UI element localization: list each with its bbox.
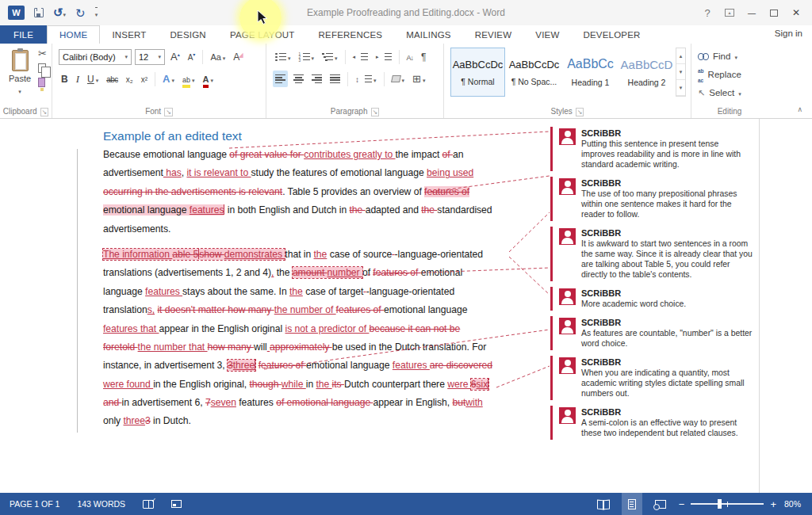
copy-icon[interactable] [38, 63, 46, 73]
dialog-launcher-icon[interactable] [40, 106, 49, 116]
doc-line[interactable]: language features stays about the same. … [103, 283, 492, 301]
comment-1[interactable]: SCRiBBRPutting this sentence in present … [550, 127, 755, 171]
page-indicator[interactable]: PAGE 1 OF 1 [10, 499, 59, 509]
tab-insert[interactable]: INSERT [100, 25, 158, 44]
clear-formatting-button[interactable] [231, 48, 245, 65]
sort-button[interactable] [404, 48, 416, 65]
doc-line[interactable]: Because emotional language of great valu… [103, 146, 492, 164]
increase-indent-button[interactable]: ▸ [373, 48, 394, 65]
zoom-percentage[interactable]: 80% [784, 499, 801, 509]
macro-recording-icon[interactable] [171, 500, 182, 508]
align-left-button[interactable] [273, 71, 288, 87]
tab-home[interactable]: HOME [47, 25, 100, 44]
line-spacing-button[interactable] [353, 71, 379, 87]
doc-line[interactable]: The information able 5show demonstrates … [103, 246, 492, 264]
doc-line[interactable]: occurring in the advertisements is relev… [103, 183, 492, 201]
doc-line[interactable]: features that appear in the English orig… [103, 320, 492, 338]
dialog-launcher-icon[interactable] [164, 106, 173, 116]
doc-line[interactable]: were found in the English original, thou… [103, 376, 492, 394]
scroll-up-icon[interactable]: ▲ [676, 48, 685, 64]
ribbon-display-options-button[interactable] [718, 3, 741, 22]
sign-in-link[interactable]: Sign in [775, 29, 802, 38]
scroll-down-icon[interactable]: ▼ [676, 64, 685, 80]
cut-icon[interactable] [38, 48, 47, 59]
show-formatting-button[interactable] [419, 48, 428, 65]
style--no-spac-[interactable]: AaBbCcDc¶ No Spac... [507, 48, 561, 97]
comment-author: SCRiBBR [581, 357, 755, 368]
replace-button[interactable]: Replace [698, 66, 741, 82]
select-button[interactable]: Select [698, 84, 741, 101]
comment-2[interactable]: SCRiBBRThe use of too many prepositional… [550, 177, 755, 221]
maximize-button[interactable] [763, 3, 785, 22]
bold-button[interactable] [59, 71, 71, 87]
shading-button[interactable] [389, 71, 408, 87]
underline-button[interactable] [85, 71, 101, 87]
help-button[interactable] [696, 3, 718, 22]
numbering-button[interactable] [297, 48, 317, 65]
doc-line[interactable]: advertisement has, it is relevant to stu… [103, 164, 492, 182]
collapse-ribbon-icon[interactable] [797, 105, 802, 113]
comment-4[interactable]: SCRiBBRMore academic word choice. [550, 287, 755, 311]
zoom-slider-handle[interactable] [718, 499, 722, 509]
doc-line[interactable]: translations (advertisements 1, 2 and 4)… [103, 264, 492, 282]
doc-line[interactable]: foretold the number that how many will a… [103, 338, 492, 357]
styles-gallery-scroll[interactable]: ▲ ▼ ▼ [676, 48, 686, 97]
tab-developer[interactable]: DEVELOPER [571, 25, 652, 44]
doc-line[interactable]: and in advertisement 6, 7seven features … [103, 394, 492, 412]
style-heading-2[interactable]: AaBbCcDHeading 2 [619, 48, 674, 97]
format-painter-icon[interactable] [38, 78, 45, 87]
font-size-combo[interactable]: 12 [135, 49, 165, 65]
style-heading-1[interactable]: AaBbCcHeading 1 [563, 48, 618, 97]
paste-button[interactable]: Paste [5, 48, 35, 108]
document-canvas[interactable]: Example of an edited text Because emotio… [0, 119, 812, 493]
justify-button[interactable] [327, 71, 343, 87]
gallery-more-icon[interactable]: ▼ [676, 80, 685, 96]
tab-design[interactable]: DESIGN [159, 25, 218, 44]
style--normal[interactable]: AaBbCcDc¶ Normal [450, 48, 505, 97]
comment-5[interactable]: SCRiBBRAs features are countable, "numbe… [550, 316, 755, 350]
zoom-out-icon[interactable]: − [679, 499, 685, 509]
bullets-button[interactable] [273, 48, 293, 65]
highlight-color-button[interactable] [180, 71, 197, 87]
font-name-combo[interactable]: Calibri (Body) [59, 49, 132, 65]
comment-3[interactable]: SCRiBBRIt is awkward to start two senten… [550, 227, 755, 281]
tab-mailings[interactable]: MAILINGS [394, 25, 463, 44]
change-case-button[interactable] [208, 48, 228, 65]
close-button[interactable] [785, 3, 807, 22]
shrink-font-button[interactable] [186, 48, 198, 65]
proofing-status-icon[interactable] [143, 500, 154, 509]
italic-button[interactable] [74, 71, 82, 87]
comment-7[interactable]: SCRiBBRA semi-colon is an effective way … [550, 406, 755, 440]
comment-6[interactable]: SCRiBBRWhen you are indicating a quantit… [550, 356, 755, 400]
borders-button[interactable] [410, 71, 427, 87]
align-center-button[interactable] [291, 71, 306, 87]
strikethrough-button[interactable] [104, 71, 121, 87]
multilevel-list-button[interactable] [320, 48, 340, 65]
dialog-launcher-icon[interactable] [576, 106, 584, 116]
word-count[interactable]: 143 WORDS [77, 499, 125, 509]
minimize-button[interactable] [741, 3, 763, 22]
doc-line[interactable]: advertisements. [103, 220, 492, 238]
grow-font-button[interactable] [168, 48, 182, 65]
superscript-button[interactable] [139, 71, 150, 87]
zoom-slider[interactable] [691, 503, 764, 505]
tab-references[interactable]: REFERENCES [307, 25, 395, 44]
doc-line[interactable]: translations, it doesn't matter how many… [103, 301, 492, 319]
dialog-launcher-icon[interactable] [371, 106, 380, 116]
text-effects-button[interactable] [160, 71, 177, 87]
tab-view[interactable]: VIEW [523, 25, 571, 44]
tab-file[interactable]: FILE [0, 25, 47, 44]
print-layout-button[interactable] [622, 493, 642, 515]
read-mode-button[interactable] [593, 493, 614, 515]
font-color-button[interactable] [201, 71, 216, 87]
align-right-button[interactable] [309, 71, 324, 87]
subscript-button[interactable] [124, 71, 136, 87]
zoom-in-icon[interactable]: + [770, 499, 776, 509]
web-layout-button[interactable] [650, 493, 671, 515]
doc-line[interactable]: emotional language features in both Engl… [103, 201, 492, 219]
doc-line[interactable]: only three3 in Dutch. [103, 412, 492, 430]
tab-review[interactable]: REVIEW [463, 25, 524, 44]
decrease-indent-button[interactable]: ◂ [350, 48, 371, 65]
doc-line[interactable]: instance, in advertisement 3, 3three fea… [103, 357, 492, 375]
find-button[interactable]: Find [698, 48, 737, 64]
